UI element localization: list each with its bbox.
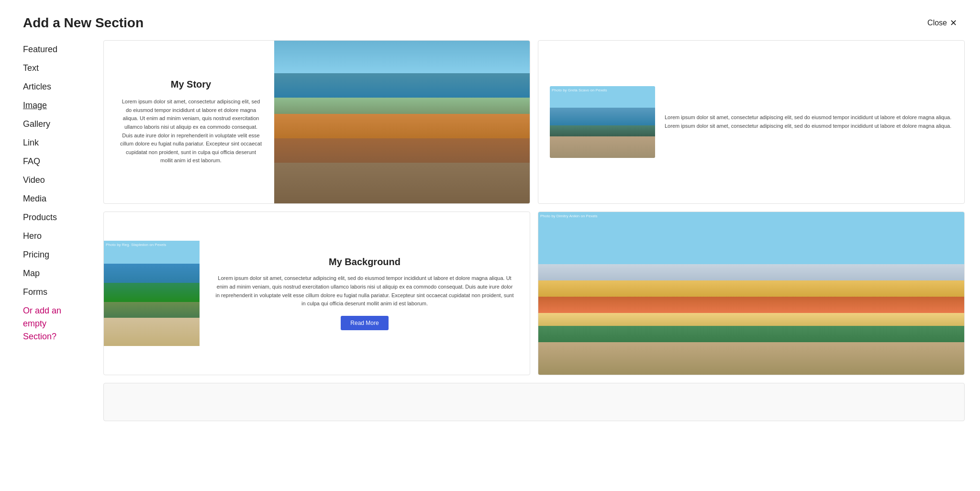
sidebar-item-faq[interactable]: FAQ <box>23 152 73 171</box>
harbor-text: Lorem ipsum dolor sit amet, consectetur … <box>665 113 953 130</box>
main-content: My Story Lorem ipsum dolor sit amet, con… <box>96 40 980 491</box>
background-title: My Background <box>329 257 401 268</box>
story-image-col: Photo by Yunus Tuğ on Pexels <box>274 41 530 203</box>
card-colorful[interactable]: Photo by Dimitry Anikin on Pexels <box>538 212 965 375</box>
istanbul-image: Photo by Yunus Tuğ on Pexels <box>274 41 530 203</box>
story-text-col: My Story Lorem ipsum dolor sit amet, con… <box>104 41 274 203</box>
close-button[interactable]: Close ✕ <box>927 18 957 28</box>
sidebar: FeaturedTextArticlesImageGalleryLinkFAQV… <box>0 40 96 491</box>
harbor-scene-img: Photo by Greta Scavo on Pexels <box>550 86 655 158</box>
content-area: FeaturedTextArticlesImageGalleryLinkFAQV… <box>0 40 980 491</box>
sidebar-item-forms[interactable]: Forms <box>23 283 73 301</box>
sidebar-item-link[interactable]: Link <box>23 134 73 152</box>
bg-image-col: Photo by Reg. Stapledon on Pexels <box>104 241 200 346</box>
sidebar-item-image[interactable]: Image <box>23 96 73 115</box>
sidebar-item-articles[interactable]: Articles <box>23 78 73 96</box>
story-body: Lorem ipsum dolor sit amet, consectetur … <box>119 98 263 165</box>
card-story[interactable]: My Story Lorem ipsum dolor sit amet, con… <box>103 40 530 204</box>
page-title: Add a New Section <box>23 15 144 31</box>
close-icon: ✕ <box>950 18 957 28</box>
close-label: Close <box>927 19 947 27</box>
sidebar-item-featured[interactable]: Featured <box>23 40 73 59</box>
sidebar-item-hero[interactable]: Hero <box>23 227 73 246</box>
sidebar-item-text[interactable]: Text <box>23 59 73 78</box>
sidebar-item-video[interactable]: Video <box>23 171 73 190</box>
colorful-photo-credit: Photo by Dimitry Anikin on Pexels <box>540 214 598 218</box>
card-background[interactable]: Photo by Reg. Stapledon on Pexels My Bac… <box>103 212 530 375</box>
bg-photo-credit: Photo by Reg. Stapledon on Pexels <box>106 243 166 247</box>
harbor-image: Photo by Greta Scavo on Pexels <box>550 86 655 158</box>
coast-image: Photo by Reg. Stapledon on Pexels <box>104 241 200 346</box>
harbor-photo-credit: Photo by Greta Scavo on Pexels <box>552 88 607 92</box>
sidebar-item-pricing[interactable]: Pricing <box>23 246 73 264</box>
sidebar-item-media[interactable]: Media <box>23 190 73 208</box>
story-title: My Story <box>119 79 263 90</box>
page-container: Add a New Section Close ✕ FeaturedTextAr… <box>0 0 980 491</box>
sidebar-item-gallery[interactable]: Gallery <box>23 115 73 134</box>
read-more-button[interactable]: Read More <box>341 316 388 330</box>
header: Add a New Section Close ✕ <box>0 0 980 40</box>
sidebar-item-map[interactable]: Map <box>23 264 73 283</box>
bg-text-col: My Background Lorem ipsum dolor sit amet… <box>200 245 530 341</box>
sidebar-item-products[interactable]: Products <box>23 208 73 227</box>
background-body: Lorem ipsum dolor sit amet, consectetur … <box>215 274 514 308</box>
colorful-buildings-image: Photo by Dimitry Anikin on Pexels <box>538 212 964 375</box>
card-harbor[interactable]: Photo by Greta Scavo on Pexels Lorem ips… <box>538 40 965 204</box>
card-bottom[interactable] <box>103 383 965 421</box>
sidebar-item-add-empty[interactable]: Or add an empty Section? <box>23 301 73 346</box>
